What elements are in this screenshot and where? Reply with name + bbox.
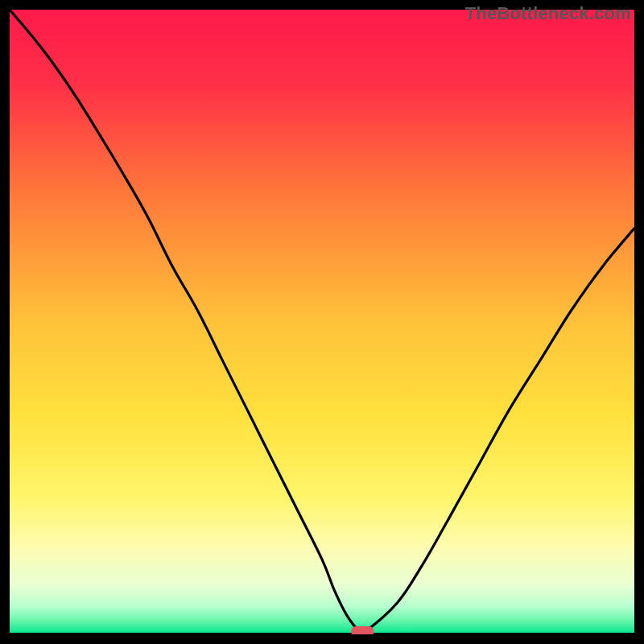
optimal-point-marker: [351, 626, 374, 634]
bottleneck-chart: [10, 10, 634, 634]
plot-background: [10, 10, 634, 634]
watermark-text: TheBottleneck.com: [465, 3, 631, 24]
chart-frame: TheBottleneck.com: [10, 10, 634, 634]
